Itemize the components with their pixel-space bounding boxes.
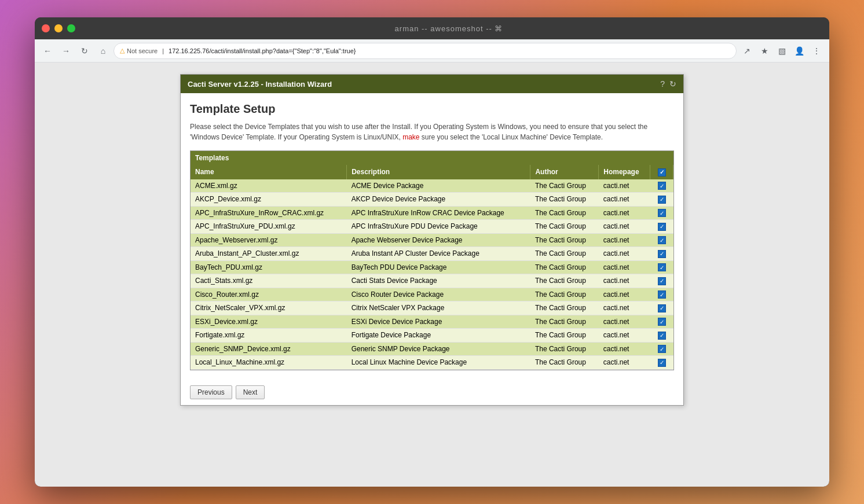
template-author: The Cacti Group <box>530 356 599 370</box>
security-warning-icon: △ <box>120 47 125 54</box>
profile-button[interactable]: 👤 <box>791 43 807 59</box>
template-description: Cisco Router Device Package <box>347 288 530 301</box>
next-button[interactable]: Next <box>236 385 265 399</box>
template-checkbox[interactable]: ✓ <box>658 345 666 353</box>
col-checkbox-header[interactable]: ✓ <box>650 165 673 179</box>
reload-button[interactable]: ↻ <box>76 43 93 59</box>
template-checkbox-cell[interactable]: ✓ <box>650 247 673 261</box>
minimize-button[interactable] <box>54 24 63 32</box>
template-checkbox[interactable]: ✓ <box>658 250 666 258</box>
template-checkbox-cell[interactable]: ✓ <box>650 356 673 370</box>
wizard-body: Template Setup Please select the Device … <box>181 93 683 380</box>
template-checkbox-cell[interactable]: ✓ <box>650 260 673 274</box>
template-homepage: cacti.net <box>599 260 650 274</box>
template-checkbox[interactable]: ✓ <box>658 236 666 244</box>
template-description: BayTech PDU Device Package <box>347 260 530 274</box>
table-row: ACME.xml.gzACME Device PackageThe Cacti … <box>191 179 673 193</box>
description-text: Please select the Device Templates that … <box>190 122 674 142</box>
template-description: APC InfraStruXure InRow CRAC Device Pack… <box>347 206 530 220</box>
template-name: Generic_SNMP_Device.xml.gz <box>191 342 347 356</box>
template-description: Cacti Stats Device Package <box>347 274 530 288</box>
template-name: Cacti_Stats.xml.gz <box>191 274 347 288</box>
wizard-header-icons: ? ↻ <box>660 79 676 89</box>
template-checkbox-cell[interactable]: ✓ <box>650 220 673 234</box>
bookmark-button[interactable]: ★ <box>756 43 773 59</box>
template-checkbox[interactable]: ✓ <box>658 318 666 326</box>
template-author: The Cacti Group <box>530 260 599 274</box>
template-checkbox-cell[interactable]: ✓ <box>650 274 673 288</box>
template-checkbox[interactable]: ✓ <box>658 263 666 271</box>
template-author: The Cacti Group <box>530 220 599 234</box>
template-homepage: cacti.net <box>599 220 650 234</box>
template-author: The Cacti Group <box>530 233 599 247</box>
template-checkbox[interactable]: ✓ <box>658 223 666 231</box>
divider: | <box>162 47 164 54</box>
wizard-header: Cacti Server v1.2.25 - Installation Wiza… <box>181 75 683 93</box>
template-checkbox[interactable]: ✓ <box>658 290 666 299</box>
template-checkbox[interactable]: ✓ <box>658 332 666 340</box>
toolbar-actions: ↗ ★ ▧ 👤 ⋮ <box>739 43 825 59</box>
home-button[interactable]: ⌂ <box>95 43 111 59</box>
template-author: The Cacti Group <box>530 315 599 329</box>
template-checkbox-cell[interactable]: ✓ <box>650 179 673 193</box>
template-homepage: cacti.net <box>599 356 650 370</box>
template-checkbox[interactable]: ✓ <box>658 304 666 312</box>
template-checkbox[interactable]: ✓ <box>658 359 666 367</box>
extensions-button[interactable]: ▧ <box>774 43 790 59</box>
col-homepage: Homepage <box>599 165 650 179</box>
template-homepage: cacti.net <box>599 342 650 356</box>
template-checkbox-cell[interactable]: ✓ <box>650 301 673 315</box>
forward-button[interactable]: → <box>58 43 74 59</box>
template-author: The Cacti Group <box>530 301 599 315</box>
table-row: AKCP_Device.xml.gzAKCP Device Device Pac… <box>191 193 673 207</box>
wizard-container: Cacti Server v1.2.25 - Installation Wiza… <box>180 74 684 406</box>
template-homepage: cacti.net <box>599 206 650 220</box>
refresh-icon[interactable]: ↻ <box>669 79 676 89</box>
menu-button[interactable]: ⋮ <box>808 43 825 59</box>
template-checkbox[interactable]: ✓ <box>658 277 666 285</box>
template-checkbox[interactable]: ✓ <box>658 196 666 204</box>
browser-title: arman -- awesomeshot -- ⌘ <box>75 24 822 33</box>
highlight-make: make <box>402 133 419 141</box>
templates-table: Name Description Author Homepage ✓ <box>191 165 673 370</box>
template-author: The Cacti Group <box>530 193 599 207</box>
templates-table-wrapper[interactable]: Name Description Author Homepage ✓ <box>191 165 673 370</box>
template-homepage: cacti.net <box>599 301 650 315</box>
maximize-button[interactable] <box>67 24 75 32</box>
browser-content: Cacti Server v1.2.25 - Installation Wiza… <box>35 62 829 487</box>
template-homepage: cacti.net <box>599 179 650 193</box>
template-checkbox-cell[interactable]: ✓ <box>650 288 673 301</box>
template-checkbox[interactable]: ✓ <box>658 182 666 190</box>
template-description: AKCP Device Device Package <box>347 193 530 207</box>
help-icon[interactable]: ? <box>660 79 665 89</box>
template-description: Fortigate Device Package <box>347 329 530 343</box>
share-button[interactable]: ↗ <box>739 43 755 59</box>
wizard-title: Cacti Server v1.2.25 - Installation Wiza… <box>188 80 332 89</box>
template-checkbox-cell[interactable]: ✓ <box>650 206 673 220</box>
template-checkbox-cell[interactable]: ✓ <box>650 315 673 329</box>
close-button[interactable] <box>42 24 50 32</box>
back-button[interactable]: ← <box>39 43 56 59</box>
table-row: Cisco_Router.xml.gzCisco Router Device P… <box>191 288 673 301</box>
previous-button[interactable]: Previous <box>190 385 232 399</box>
table-row: Generic_SNMP_Device.xml.gzGeneric SNMP D… <box>191 342 673 356</box>
table-row: BayTech_PDU.xml.gzBayTech PDU Device Pac… <box>191 260 673 274</box>
template-checkbox[interactable]: ✓ <box>658 209 666 217</box>
template-name: APC_InfraStruXure_InRow_CRAC.xml.gz <box>191 206 347 220</box>
template-homepage: cacti.net <box>599 274 650 288</box>
select-all-checkbox[interactable]: ✓ <box>658 168 666 176</box>
template-name: Apache_Webserver.xml.gz <box>191 233 347 247</box>
template-checkbox-cell[interactable]: ✓ <box>650 342 673 356</box>
template-name: BayTech_PDU.xml.gz <box>191 260 347 274</box>
address-bar[interactable]: △ Not secure | 172.16.225.76/cacti/insta… <box>114 43 737 59</box>
templates-section-header: Templates <box>191 151 673 165</box>
template-author: The Cacti Group <box>530 206 599 220</box>
template-checkbox-cell[interactable]: ✓ <box>650 193 673 207</box>
table-row: Aruba_Instant_AP_Cluster.xml.gzAruba Ins… <box>191 247 673 261</box>
template-checkbox-cell[interactable]: ✓ <box>650 329 673 343</box>
template-author: The Cacti Group <box>530 342 599 356</box>
template-name: Aruba_Instant_AP_Cluster.xml.gz <box>191 247 347 261</box>
not-secure-label: Not secure <box>127 47 158 54</box>
template-checkbox-cell[interactable]: ✓ <box>650 233 673 247</box>
table-row: Apache_Webserver.xml.gzApache Webserver … <box>191 233 673 247</box>
